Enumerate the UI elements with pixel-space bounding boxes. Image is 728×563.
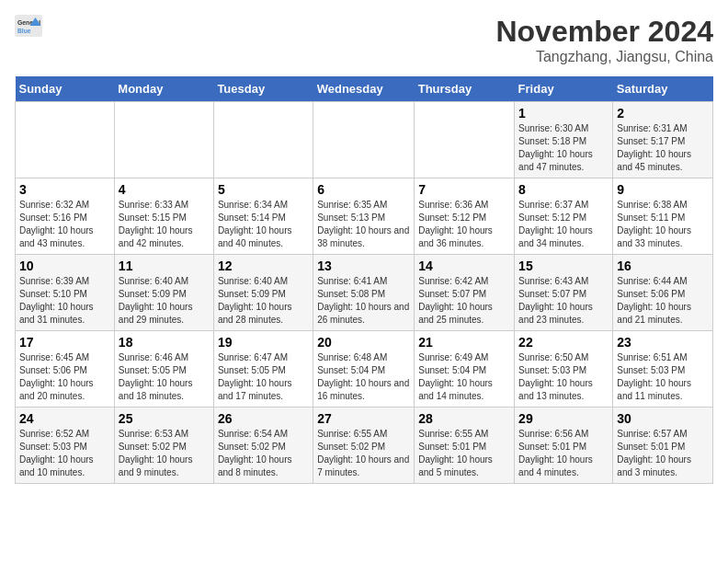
day-number: 16 (617, 259, 709, 273)
calendar-cell: 4Sunrise: 6:33 AM Sunset: 5:15 PM Daylig… (114, 178, 213, 255)
day-header-wednesday: Wednesday (313, 76, 415, 102)
main-title: November 2024 (495, 15, 713, 49)
calendar-cell: 7Sunrise: 6:36 AM Sunset: 5:12 PM Daylig… (415, 178, 515, 255)
calendar-table: SundayMondayTuesdayWednesdayThursdayFrid… (15, 76, 713, 484)
day-number: 25 (119, 411, 210, 426)
calendar-cell: 25Sunrise: 6:53 AM Sunset: 5:02 PM Dayli… (114, 408, 213, 484)
day-number: 9 (617, 182, 709, 197)
day-info: Sunrise: 6:40 AM Sunset: 5:09 PM Dayligh… (218, 275, 309, 327)
svg-text:Blue: Blue (17, 28, 31, 34)
calendar-cell (313, 102, 415, 178)
calendar-cell: 19Sunrise: 6:47 AM Sunset: 5:05 PM Dayli… (213, 331, 313, 408)
day-info: Sunrise: 6:48 AM Sunset: 5:04 PM Dayligh… (317, 351, 410, 403)
calendar-cell: 5Sunrise: 6:34 AM Sunset: 5:14 PM Daylig… (213, 178, 313, 255)
calendar-cell: 17Sunrise: 6:45 AM Sunset: 5:06 PM Dayli… (16, 331, 115, 408)
calendar-cell: 28Sunrise: 6:55 AM Sunset: 5:01 PM Dayli… (415, 408, 515, 484)
day-info: Sunrise: 6:55 AM Sunset: 5:02 PM Dayligh… (317, 428, 410, 479)
week-row-4: 17Sunrise: 6:45 AM Sunset: 5:06 PM Dayli… (16, 331, 713, 408)
calendar-cell: 14Sunrise: 6:42 AM Sunset: 5:07 PM Dayli… (415, 255, 515, 331)
day-number: 8 (518, 182, 609, 197)
calendar-cell: 12Sunrise: 6:40 AM Sunset: 5:09 PM Dayli… (213, 255, 313, 331)
day-info: Sunrise: 6:41 AM Sunset: 5:08 PM Dayligh… (317, 275, 410, 327)
day-number: 30 (617, 411, 709, 426)
calendar-cell: 20Sunrise: 6:48 AM Sunset: 5:04 PM Dayli… (313, 331, 415, 408)
day-number: 21 (418, 335, 510, 350)
day-number: 29 (518, 411, 609, 426)
day-number: 14 (418, 259, 510, 273)
day-number: 18 (119, 335, 210, 350)
calendar-cell: 22Sunrise: 6:50 AM Sunset: 5:03 PM Dayli… (515, 331, 613, 408)
day-number: 15 (518, 259, 609, 273)
calendar-cell: 26Sunrise: 6:54 AM Sunset: 5:02 PM Dayli… (213, 408, 313, 484)
day-info: Sunrise: 6:57 AM Sunset: 5:01 PM Dayligh… (617, 428, 709, 479)
week-row-2: 3Sunrise: 6:32 AM Sunset: 5:16 PM Daylig… (16, 178, 713, 255)
day-info: Sunrise: 6:50 AM Sunset: 5:03 PM Dayligh… (518, 351, 609, 403)
day-number: 1 (518, 106, 609, 121)
calendar-cell: 13Sunrise: 6:41 AM Sunset: 5:08 PM Dayli… (313, 255, 415, 331)
calendar-cell: 29Sunrise: 6:56 AM Sunset: 5:01 PM Dayli… (515, 408, 613, 484)
day-info: Sunrise: 6:37 AM Sunset: 5:12 PM Dayligh… (518, 199, 609, 250)
day-info: Sunrise: 6:51 AM Sunset: 5:03 PM Dayligh… (617, 351, 709, 403)
calendar-cell: 30Sunrise: 6:57 AM Sunset: 5:01 PM Dayli… (613, 408, 713, 484)
day-number: 10 (19, 259, 110, 273)
day-header-saturday: Saturday (613, 76, 713, 102)
day-info: Sunrise: 6:31 AM Sunset: 5:17 PM Dayligh… (617, 122, 709, 174)
calendar-cell: 9Sunrise: 6:38 AM Sunset: 5:11 PM Daylig… (613, 178, 713, 255)
day-number: 17 (19, 335, 110, 350)
week-row-3: 10Sunrise: 6:39 AM Sunset: 5:10 PM Dayli… (16, 255, 713, 331)
calendar-cell (213, 102, 313, 178)
day-number: 2 (617, 106, 709, 121)
day-header-thursday: Thursday (415, 76, 515, 102)
calendar-cell: 21Sunrise: 6:49 AM Sunset: 5:04 PM Dayli… (415, 331, 515, 408)
day-header-sunday: Sunday (16, 76, 115, 102)
calendar-cell: 3Sunrise: 6:32 AM Sunset: 5:16 PM Daylig… (16, 178, 115, 255)
day-info: Sunrise: 6:49 AM Sunset: 5:04 PM Dayligh… (418, 351, 510, 403)
day-info: Sunrise: 6:39 AM Sunset: 5:10 PM Dayligh… (19, 275, 110, 327)
logo-icon: General Blue (15, 15, 42, 37)
calendar-cell: 2Sunrise: 6:31 AM Sunset: 5:17 PM Daylig… (613, 102, 713, 178)
day-number: 19 (218, 335, 309, 350)
day-number: 4 (119, 182, 210, 197)
day-number: 13 (317, 259, 410, 273)
day-number: 12 (218, 259, 309, 273)
week-row-1: 1Sunrise: 6:30 AM Sunset: 5:18 PM Daylig… (16, 102, 713, 178)
header: General Blue November 2024 Tangzhang, Ji… (15, 15, 713, 65)
day-info: Sunrise: 6:40 AM Sunset: 5:09 PM Dayligh… (119, 275, 210, 327)
day-number: 7 (418, 182, 510, 197)
day-number: 27 (317, 411, 410, 426)
title-area: November 2024 Tangzhang, Jiangsu, China (495, 15, 713, 65)
day-number: 11 (119, 259, 210, 273)
day-info: Sunrise: 6:43 AM Sunset: 5:07 PM Dayligh… (518, 275, 609, 327)
day-info: Sunrise: 6:56 AM Sunset: 5:01 PM Dayligh… (518, 428, 609, 479)
day-info: Sunrise: 6:54 AM Sunset: 5:02 PM Dayligh… (218, 428, 309, 479)
calendar-cell: 16Sunrise: 6:44 AM Sunset: 5:06 PM Dayli… (613, 255, 713, 331)
day-info: Sunrise: 6:46 AM Sunset: 5:05 PM Dayligh… (119, 351, 210, 403)
day-number: 28 (418, 411, 510, 426)
day-header-friday: Friday (515, 76, 613, 102)
calendar-cell (415, 102, 515, 178)
day-info: Sunrise: 6:55 AM Sunset: 5:01 PM Dayligh… (418, 428, 510, 479)
day-number: 26 (218, 411, 309, 426)
logo: General Blue (15, 15, 42, 37)
week-row-5: 24Sunrise: 6:52 AM Sunset: 5:03 PM Dayli… (16, 408, 713, 484)
day-number: 23 (617, 335, 709, 350)
day-info: Sunrise: 6:53 AM Sunset: 5:02 PM Dayligh… (119, 428, 210, 479)
day-info: Sunrise: 6:52 AM Sunset: 5:03 PM Dayligh… (19, 428, 110, 479)
calendar-cell: 27Sunrise: 6:55 AM Sunset: 5:02 PM Dayli… (313, 408, 415, 484)
day-info: Sunrise: 6:36 AM Sunset: 5:12 PM Dayligh… (418, 199, 510, 250)
day-header-tuesday: Tuesday (213, 76, 313, 102)
day-header-monday: Monday (114, 76, 213, 102)
day-number: 5 (218, 182, 309, 197)
day-info: Sunrise: 6:47 AM Sunset: 5:05 PM Dayligh… (218, 351, 309, 403)
day-info: Sunrise: 6:38 AM Sunset: 5:11 PM Dayligh… (617, 199, 709, 250)
day-info: Sunrise: 6:30 AM Sunset: 5:18 PM Dayligh… (518, 122, 609, 174)
calendar-cell (16, 102, 115, 178)
day-number: 22 (518, 335, 609, 350)
calendar-cell: 23Sunrise: 6:51 AM Sunset: 5:03 PM Dayli… (613, 331, 713, 408)
calendar-cell: 15Sunrise: 6:43 AM Sunset: 5:07 PM Dayli… (515, 255, 613, 331)
subtitle: Tangzhang, Jiangsu, China (495, 49, 713, 65)
day-info: Sunrise: 6:45 AM Sunset: 5:06 PM Dayligh… (19, 351, 110, 403)
calendar-cell: 24Sunrise: 6:52 AM Sunset: 5:03 PM Dayli… (16, 408, 115, 484)
day-info: Sunrise: 6:44 AM Sunset: 5:06 PM Dayligh… (617, 275, 709, 327)
calendar-cell: 10Sunrise: 6:39 AM Sunset: 5:10 PM Dayli… (16, 255, 115, 331)
